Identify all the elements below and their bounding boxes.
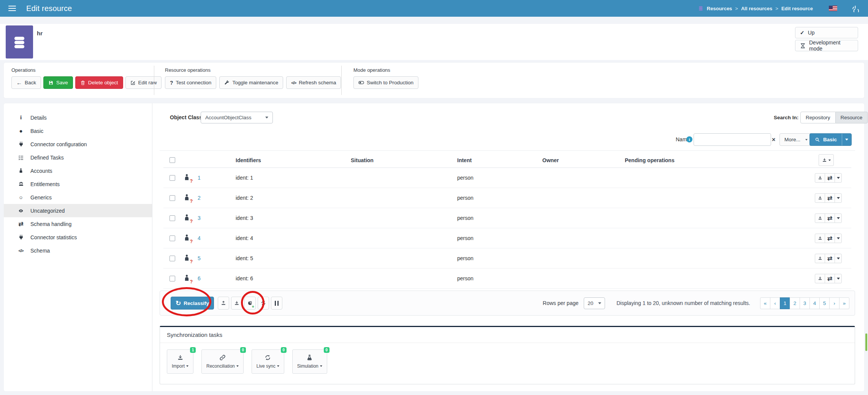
pause-refresh-button[interactable] [271,297,282,310]
upload-icon [221,300,226,306]
sidebar-item-details[interactable]: Details [4,111,152,124]
clear-search-icon[interactable] [772,133,775,146]
object-class-select[interactable]: AccountObjectClass [201,112,273,123]
refresh-schema-button[interactable]: Refresh schema [286,76,341,89]
object-class-label: Object Class [170,112,202,123]
sidebar-item-connector-configuration[interactable]: Connector configuration [4,137,152,151]
download-icon [818,256,822,261]
row-checkbox[interactable] [169,235,175,241]
reclassify-button[interactable]: Reclassify [171,297,214,310]
page-5-button[interactable]: 5 [819,297,830,309]
development-mode-badge[interactable]: Development mode [795,40,858,51]
row-exchange-button[interactable] [825,254,835,263]
table-row: 6 ident: 6 person [163,269,851,289]
refresh-table-button[interactable] [258,297,269,310]
page-first-button[interactable]: « [760,297,770,309]
paging-summary: Displaying 1 to 20, unknown number of ma… [616,300,750,306]
row-number-link[interactable]: 2 [198,195,236,201]
row-more-actions-button[interactable] [835,274,842,283]
sidebar-item-uncategorized[interactable]: Uncategorized [4,204,152,217]
row-exchange-button[interactable] [825,274,835,283]
cell-intent: person [457,275,542,281]
search-in-repository-button[interactable]: Repository [800,112,836,123]
sidebar-item-schema[interactable]: Schema [4,244,152,257]
breadcrumb-all-resources[interactable]: All resources [741,6,772,11]
row-number-link[interactable]: 1 [198,175,236,181]
sidebar-item-defined-tasks[interactable]: Defined Tasks [4,151,152,164]
status-badge-up[interactable]: Up [795,27,858,38]
toggle-maintenance-button[interactable]: Toggle maintenance [219,76,283,89]
row-number-link[interactable]: 5 [198,255,236,261]
page-1-button[interactable]: 1 [780,297,790,309]
row-download-button[interactable] [815,234,825,243]
logout-power-icon[interactable] [852,5,859,12]
sidebar-item-accounts[interactable]: Accounts [4,164,152,177]
row-checkbox[interactable] [169,175,175,181]
page-prev-button[interactable]: ‹ [770,297,780,309]
row-exchange-button[interactable] [825,213,835,223]
search-in-resource-button[interactable]: Resource [836,112,868,123]
upload-button[interactable] [218,297,229,310]
row-exchange-button[interactable] [825,173,835,183]
row-download-button[interactable] [815,274,825,283]
sidebar-item-schema-handling[interactable]: Schema handling [4,217,152,231]
row-checkbox[interactable] [169,276,175,281]
page-4-button[interactable]: 4 [809,297,820,309]
info-icon [17,114,25,121]
select-all-checkbox[interactable] [169,157,175,163]
search-mode-caret[interactable] [842,134,851,145]
page-next-button[interactable]: › [829,297,839,309]
export-table-button[interactable] [819,154,834,166]
database-icon [698,6,703,11]
row-checkbox[interactable] [169,195,175,201]
row-download-button[interactable] [815,193,825,203]
sidebar-item-connector-statistics[interactable]: Connector statistics [4,231,152,244]
row-checkbox[interactable] [169,215,175,221]
row-exchange-button[interactable] [825,193,835,203]
back-button[interactable]: Back [11,76,41,89]
basic-search-button[interactable]: Basic [809,133,852,146]
row-more-actions-button[interactable] [835,254,842,263]
delete-object-button[interactable]: Delete object [75,76,123,89]
page-3-button[interactable]: 3 [800,297,810,309]
hamburger-menu-icon[interactable] [8,6,16,11]
breadcrumb-edit-resource[interactable]: Edit resource [781,6,813,11]
page-2-button[interactable]: 2 [790,297,800,309]
save-button[interactable]: Save [43,76,73,89]
create-report-button[interactable] [244,297,256,310]
arrow-left-icon [16,79,22,86]
row-download-button[interactable] [815,213,825,223]
row-download-button[interactable] [815,173,825,183]
more-filters-button[interactable]: More... [779,133,813,146]
row-more-actions-button[interactable] [835,173,842,183]
switch-to-production-button[interactable]: Switch to Production [353,76,418,89]
page-last-button[interactable]: » [839,297,849,309]
reconciliation-task-tile[interactable]: 0 Reconciliation [201,349,244,374]
row-more-actions-button[interactable] [835,193,842,203]
import-task-tile[interactable]: 1 Import [167,349,193,374]
download-csv-button[interactable] [231,297,242,310]
task-count-badge: 0 [324,347,329,353]
row-exchange-button[interactable] [825,234,835,243]
col-pending-operations: Pending operations [625,157,815,163]
row-more-actions-button[interactable] [835,234,842,243]
breadcrumb-resources[interactable]: Resources [707,6,732,11]
rows-per-page-select[interactable]: 20 [584,297,605,309]
row-checkbox[interactable] [169,256,175,261]
row-number-link[interactable]: 6 [198,275,236,281]
row-more-actions-button[interactable] [835,213,842,223]
name-search-input[interactable] [694,133,771,146]
chevron-down-icon [837,177,840,179]
sidebar-item-entitlements[interactable]: Entitlements [4,177,152,191]
sidebar-item-basic[interactable]: Basic [4,124,152,137]
row-download-button[interactable] [815,254,825,263]
test-connection-button[interactable]: Test connection [165,76,216,89]
simulation-task-tile[interactable]: 0 Simulation [292,349,327,374]
locale-flag-icon[interactable] [829,6,837,11]
live-sync-task-tile[interactable]: 0 Live sync [252,349,284,374]
sidebar-item-generics[interactable]: Generics [4,191,152,204]
row-number-link[interactable]: 4 [198,235,236,241]
edit-raw-button[interactable]: Edit raw [125,76,162,89]
synchronization-tasks-panel: Synchronization tasks 1 Import 0 Reconci… [160,326,855,384]
row-number-link[interactable]: 3 [198,215,236,221]
